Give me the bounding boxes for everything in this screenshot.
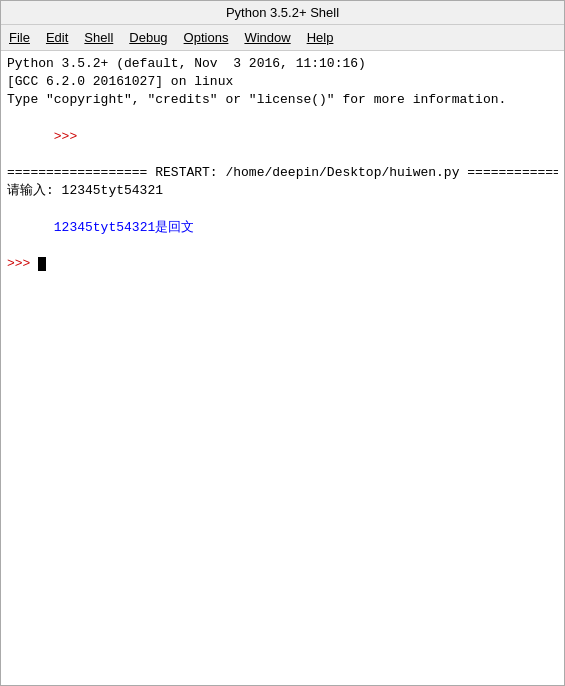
- input-line: 请输入: 12345tyt54321: [7, 182, 558, 200]
- first-prompt: >>>: [7, 110, 558, 165]
- prompt-symbol-2: >>>: [7, 255, 30, 273]
- menu-bar: File Edit Shell Debug Options Window Hel…: [1, 25, 564, 51]
- blue-text-output: 12345tyt54321是回文: [54, 220, 194, 235]
- restart-line: ================== RESTART: /home/deepin…: [7, 164, 558, 182]
- menu-help[interactable]: Help: [299, 28, 342, 47]
- menu-file[interactable]: File: [1, 28, 38, 47]
- menu-window[interactable]: Window: [236, 28, 298, 47]
- gcc-line: [GCC 6.2.0 20161027] on linux: [7, 73, 558, 91]
- active-prompt-line: >>>: [7, 255, 558, 273]
- prompt-symbol-1: >>>: [54, 129, 77, 144]
- menu-debug[interactable]: Debug: [121, 28, 175, 47]
- text-cursor: [38, 257, 46, 271]
- info-line: Type "copyright", "credits" or "license(…: [7, 91, 558, 109]
- python-shell-window: Python 3.5.2+ Shell File Edit Shell Debu…: [0, 0, 565, 686]
- title-bar: Python 3.5.2+ Shell: [1, 1, 564, 25]
- menu-options[interactable]: Options: [176, 28, 237, 47]
- menu-shell[interactable]: Shell: [76, 28, 121, 47]
- python-version-line: Python 3.5.2+ (default, Nov 3 2016, 11:1…: [7, 55, 558, 73]
- blue-output-line: 12345tyt54321是回文: [7, 201, 558, 256]
- menu-edit[interactable]: Edit: [38, 28, 76, 47]
- title-text: Python 3.5.2+ Shell: [226, 5, 339, 20]
- shell-output[interactable]: Python 3.5.2+ (default, Nov 3 2016, 11:1…: [1, 51, 564, 685]
